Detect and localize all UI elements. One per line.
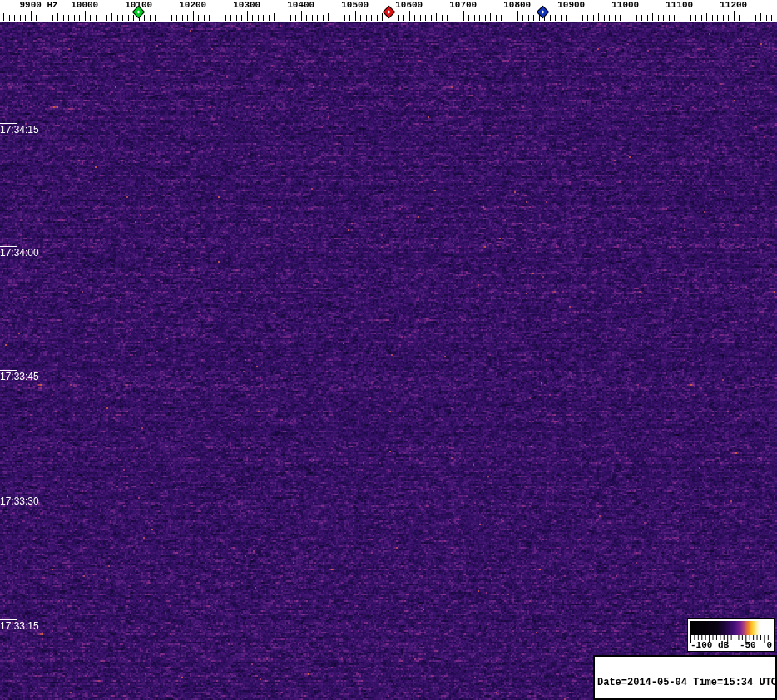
time-axis-label: 17:33:45 [0,370,39,382]
info-box: Date=2014-05-04 Time=15:34 UTC Freq=143 … [593,655,777,700]
freq-axis-label: 10000 [71,0,98,11]
legend-label-max: 0 [766,641,772,650]
freq-axis-label: 11200 [720,0,747,11]
color-scale-gradient [690,621,771,635]
marker-center-dot [542,10,545,13]
marker-center-dot [137,10,141,13]
freq-axis-label: 9900 Hz [20,0,58,11]
freq-axis-label: 11000 [611,0,639,11]
freq-axis-label: 10900 [557,0,585,11]
freq-axis-label: 10600 [395,0,423,11]
freq-axis-label: 10200 [179,0,206,11]
freq-axis-label: 10800 [503,0,531,11]
legend-label-mid: -50 [740,641,756,650]
legend-label-min: -100 dB [690,641,729,650]
spectrogram-canvas[interactable] [0,22,777,700]
freq-axis-label: 10400 [287,0,314,11]
freq-axis-label: 10500 [341,0,369,11]
freq-axis-label: 11100 [666,0,693,11]
color-scale-labels: -100 dB -50 0 [690,640,772,650]
freq-axis-label: 10700 [449,0,477,11]
time-axis-label: 17:33:30 [0,495,39,506]
time-axis-label: 17:33:15 [0,619,39,631]
freq-axis-label: 10300 [233,0,260,11]
marker-center-dot [388,10,391,13]
spectrogram-window: 9900 Hz100001010010200103001040010500106… [0,0,777,700]
info-date-time: Date=2014-05-04 Time=15:34 UTC [597,678,775,688]
color-scale-legend: -100 dB -50 0 [687,618,775,652]
frequency-ruler[interactable]: 9900 Hz100001010010200103001040010500106… [0,0,777,22]
time-axis-label: 17:34:00 [0,246,39,258]
time-axis-label: 17:34:15 [0,123,39,135]
